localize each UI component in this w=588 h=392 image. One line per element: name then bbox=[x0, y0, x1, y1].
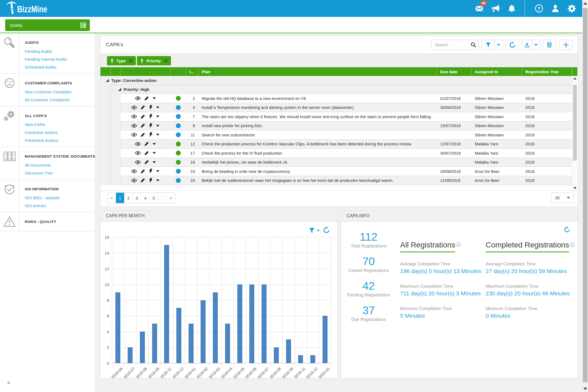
scrollbar-down-arrow[interactable] bbox=[582, 385, 588, 392]
lightning-icon[interactable] bbox=[149, 123, 152, 128]
edit-action[interactable] bbox=[144, 96, 149, 101]
chart-bar[interactable] bbox=[176, 308, 181, 363]
group-collapse-icon[interactable] bbox=[106, 79, 109, 82]
caret-down-icon[interactable] bbox=[156, 179, 160, 182]
view-action[interactable] bbox=[131, 169, 137, 173]
table-row[interactable]: 11 Search for new subcontractor Sibren M… bbox=[100, 130, 572, 140]
sidebar-link-pending-audits[interactable]: Pending Audits bbox=[25, 49, 95, 53]
column-header-id[interactable]: I... bbox=[186, 67, 198, 76]
more-actions[interactable] bbox=[156, 179, 160, 182]
grid-export-dropdown[interactable] bbox=[532, 40, 540, 50]
chart-bar[interactable] bbox=[310, 355, 315, 363]
more-actions[interactable] bbox=[156, 125, 160, 127]
execute-action[interactable] bbox=[149, 132, 152, 137]
edit-action[interactable] bbox=[144, 160, 149, 164]
chart-bar[interactable] bbox=[213, 292, 218, 363]
sidebar-link-pending-internal-audits[interactable]: Pending Internal Audits bbox=[25, 57, 95, 61]
sidebar-link-iso-articles[interactable]: ISO Articles bbox=[25, 204, 95, 208]
column-header-assigned-to[interactable]: Assigned to bbox=[471, 67, 522, 76]
table-row[interactable]: 17 Check the process for the IV fluid pr… bbox=[100, 149, 572, 158]
eye-icon[interactable] bbox=[131, 169, 137, 173]
group-chip-priority[interactable]: Priority bbox=[137, 56, 171, 65]
caret-down-icon[interactable] bbox=[156, 115, 160, 118]
group-chip-type[interactable]: Type bbox=[107, 56, 136, 65]
edit-action[interactable] bbox=[140, 178, 145, 183]
lightning-icon[interactable] bbox=[149, 178, 152, 183]
sidebar-link-new-capa[interactable]: New CAPA bbox=[25, 122, 95, 127]
eye-icon[interactable] bbox=[131, 124, 137, 128]
chart-bar[interactable] bbox=[128, 347, 133, 363]
group-collapse-icon[interactable] bbox=[118, 88, 121, 91]
notifications-button[interactable] bbox=[504, 0, 520, 17]
chart-bar[interactable] bbox=[164, 245, 169, 363]
table-row[interactable]: 24 Bekijk met de subleverancier waar het… bbox=[100, 176, 572, 185]
eye-icon[interactable] bbox=[131, 133, 137, 137]
execute-action[interactable] bbox=[149, 169, 152, 174]
chart-bar[interactable] bbox=[274, 347, 279, 363]
column-header-commands[interactable] bbox=[120, 67, 170, 76]
view-action[interactable] bbox=[131, 115, 137, 118]
caret-down-icon[interactable] bbox=[156, 125, 160, 127]
edit-action[interactable] bbox=[140, 114, 145, 119]
grid-add-button[interactable] bbox=[559, 40, 572, 50]
execute-action[interactable] bbox=[149, 105, 152, 110]
edit-action[interactable] bbox=[140, 133, 145, 137]
grid-export-button[interactable] bbox=[522, 40, 532, 50]
table-row[interactable]: 2 Migrate the old HQ database to a new e… bbox=[100, 94, 572, 103]
column-header-registration-year[interactable]: Registration Year bbox=[522, 67, 572, 76]
chart-bar[interactable] bbox=[152, 324, 157, 363]
pager-next-button[interactable]: » bbox=[167, 193, 175, 203]
eye-icon[interactable] bbox=[131, 115, 137, 118]
chart-bar[interactable] bbox=[189, 324, 194, 363]
lightning-icon[interactable] bbox=[149, 114, 152, 119]
pager-page-2[interactable]: 2 bbox=[124, 193, 133, 203]
scrollbar-up-arrow[interactable] bbox=[582, 0, 588, 7]
page-size-select[interactable]: 20 bbox=[551, 192, 574, 203]
more-actions[interactable] bbox=[152, 97, 156, 99]
remove-group-icon[interactable] bbox=[164, 59, 168, 63]
announcements-button[interactable] bbox=[487, 0, 504, 17]
info-icon[interactable]: i bbox=[456, 242, 461, 247]
caret-down-icon[interactable] bbox=[156, 170, 160, 172]
table-row[interactable]: 18 Herbekijk het proces, zie waar de bot… bbox=[100, 158, 572, 167]
pencil-icon[interactable] bbox=[140, 105, 145, 110]
table-row[interactable]: 23 Breng de betaling in orde voor de cry… bbox=[100, 167, 572, 176]
chart-bar[interactable] bbox=[140, 332, 145, 363]
pencil-icon[interactable] bbox=[144, 151, 149, 155]
grid-scrollbar[interactable] bbox=[572, 76, 577, 191]
page-scrollbar[interactable] bbox=[582, 0, 588, 392]
pager-page-5[interactable]: 5 bbox=[150, 193, 158, 203]
table-row[interactable]: 4 Install a Temperature monitoring and a… bbox=[100, 103, 572, 112]
pencil-icon[interactable] bbox=[144, 160, 149, 164]
sidebar-link-new-customer-complaint[interactable]: New Customer Complaint bbox=[25, 90, 95, 94]
pencil-icon[interactable] bbox=[140, 178, 145, 183]
sidebar-link-document-tree[interactable]: Document Tree bbox=[25, 171, 95, 175]
more-actions[interactable] bbox=[152, 161, 156, 163]
execute-action[interactable] bbox=[149, 123, 152, 128]
chart-bar[interactable] bbox=[298, 355, 303, 363]
chart-bar[interactable] bbox=[323, 316, 327, 363]
eye-icon[interactable] bbox=[135, 151, 141, 155]
eye-icon[interactable] bbox=[131, 179, 137, 182]
chart-bar[interactable] bbox=[262, 284, 267, 363]
chart-bar[interactable] bbox=[237, 284, 242, 363]
table-row[interactable]: 9 Install new printer for picking lists.… bbox=[100, 121, 572, 131]
scrollbar-thumb[interactable] bbox=[583, 8, 587, 382]
sidebar-link-iso-9001-website[interactable]: ISO 9001 - website bbox=[25, 196, 95, 200]
view-action[interactable] bbox=[131, 106, 137, 109]
view-action[interactable] bbox=[135, 160, 141, 164]
eye-icon[interactable] bbox=[135, 142, 141, 146]
caret-down-icon[interactable] bbox=[152, 97, 156, 99]
lightning-icon[interactable] bbox=[149, 132, 152, 137]
column-header-due-date[interactable]: Due date bbox=[437, 67, 471, 76]
more-actions[interactable] bbox=[152, 143, 156, 145]
profile-button[interactable] bbox=[547, 0, 564, 17]
sidebar-collapse-button[interactable]: « bbox=[7, 379, 10, 385]
column-header-status[interactable] bbox=[170, 67, 186, 76]
grid-filter-dropdown[interactable] bbox=[494, 40, 503, 50]
eye-icon[interactable] bbox=[131, 106, 137, 109]
edit-action[interactable] bbox=[140, 169, 145, 174]
table-row[interactable]: 12 Check the production process for Cere… bbox=[100, 140, 572, 149]
column-header-plan[interactable]: Plan bbox=[198, 67, 437, 76]
bizzmine-logo[interactable]: BizzMine bbox=[6, 1, 57, 15]
